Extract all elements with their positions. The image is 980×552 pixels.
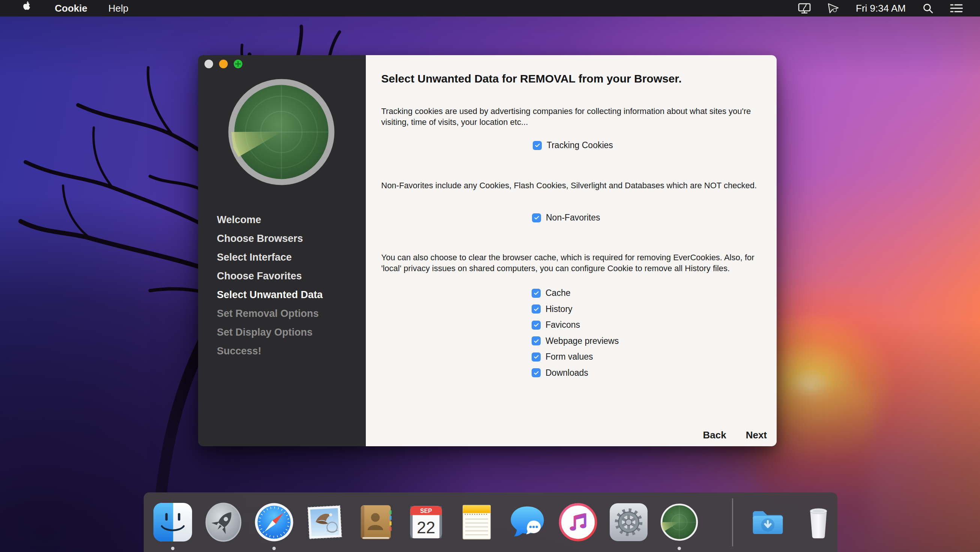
cache-row: Cache [531,288,619,298]
traffic-lights [204,60,242,68]
next-button[interactable]: Next [746,429,767,441]
nonfavorites-checkbox[interactable] [532,213,541,222]
webpage-previews-label: Webpage previews [546,336,619,346]
webpage-previews-checkbox[interactable] [531,336,541,345]
history-row: History [531,304,619,314]
data-type-checklist: CacheHistoryFaviconsWebpage previewsForm… [531,288,619,384]
minimize-button[interactable] [219,60,228,68]
launchpad-icon [204,503,243,542]
downloads-folder-icon [748,503,788,542]
nonfavorites-label: Non-Favorites [546,213,600,223]
dock-item-notes[interactable] [457,503,496,542]
step-welcome: Welcome [217,210,323,229]
webpage-previews-row: Webpage previews [531,336,619,346]
history-checkbox[interactable] [531,305,541,314]
form-values-row: Form values [531,352,619,362]
step-set-removal-options: Set Removal Options [217,304,323,323]
cookie-radar-icon [660,503,699,542]
step-choose-browsers: Choose Browsers [217,229,323,248]
notes-icon [457,503,496,542]
menu-bar-left: Cookie Help [0,0,137,16]
favicons-label: Favicons [546,320,580,330]
history-label: History [546,304,573,314]
menu-bar: Cookie Help Fri 9:34 AM [0,0,980,16]
page-title: Select Unwanted Data for REMOVAL from yo… [381,72,682,85]
apple-icon [22,0,32,12]
close-button[interactable] [204,60,213,68]
running-indicator [678,547,681,550]
running-indicator [272,547,276,550]
display-icon[interactable] [798,3,811,14]
trash-icon [799,503,838,542]
calendar-day-label: 22 [417,518,435,537]
dock-item-safari[interactable] [255,503,294,542]
dock-item-mail[interactable] [305,503,344,542]
running-indicator [171,547,175,550]
cookie-setup-window: WelcomeChoose BrowsersSelect InterfaceCh… [198,55,776,446]
step-choose-favorites: Choose Favorites [217,266,323,286]
step-select-interface: Select Interface [217,248,323,266]
step-set-display-options: Set Display Options [217,323,323,342]
dock-item-itunes[interactable] [558,503,598,542]
back-button[interactable]: Back [703,429,726,441]
window-content: Select Unwanted Data for REMOVAL from yo… [366,55,776,446]
form-values-label: Form values [546,352,593,362]
wizard-footer: Back Next [703,429,767,441]
cache-label: Cache [546,288,570,298]
favicons-row: Favicons [531,320,619,330]
pointer-status-icon[interactable] [827,3,839,14]
downloads-row: Downloads [531,368,619,378]
step-success: Success! [217,342,323,360]
zoom-button[interactable] [234,60,242,68]
step-select-unwanted-data: Select Unwanted Data [217,286,323,304]
finder-icon [153,503,192,542]
nonfavorites-row: Non-Favorites [532,213,600,223]
favicons-checkbox[interactable] [531,320,541,330]
menu-bar-status-area: Fri 9:34 AM [798,3,980,14]
calendar-icon: SEP 22 [406,503,446,542]
tracking-cookies-checkbox[interactable] [533,141,542,150]
downloads-checkbox[interactable] [531,368,541,377]
calendar-month-label: SEP [420,508,432,514]
itunes-icon [558,503,598,542]
apple-menu[interactable] [13,0,43,16]
wizard-steps: WelcomeChoose BrowsersSelect InterfaceCh… [217,210,323,360]
dock-item-finder[interactable] [153,503,192,542]
system-preferences-icon [609,503,648,542]
dock: SEP 22 [144,492,837,552]
menu-item-cookie[interactable]: Cookie [46,0,96,16]
dock-item-trash[interactable] [799,503,838,542]
dock-item-calendar[interactable]: SEP 22 [406,503,446,542]
form-values-checkbox[interactable] [531,352,541,362]
tracking-cookies-row: Tracking Cookies [533,140,613,151]
search-icon[interactable] [922,3,934,14]
dock-item-cookie[interactable] [660,503,699,542]
window-sidebar: WelcomeChoose BrowsersSelect InterfaceCh… [198,55,366,446]
desktop: Cookie Help Fri 9:34 AM [0,0,980,552]
cache-checkbox[interactable] [531,289,541,298]
dock-separator [732,498,733,546]
tracking-description: Tracking cookies are used by advertising… [381,106,762,127]
tracking-cookies-label: Tracking Cookies [547,140,613,151]
cache-description: You can also choose to clear the browser… [381,252,762,274]
mail-icon [305,503,344,542]
dock-item-launchpad[interactable] [204,503,243,542]
dock-item-system-preferences[interactable] [609,503,648,542]
safari-icon [255,503,294,542]
dock-item-messages[interactable] [508,503,547,542]
messages-icon [508,503,547,542]
radar-icon [227,78,336,188]
menu-item-help[interactable]: Help [99,0,137,16]
nonfavorites-description: Non-Favorites include any Cookies, Flash… [381,180,762,191]
dock-item-contacts[interactable] [356,503,395,542]
contacts-icon [356,503,395,542]
downloads-label: Downloads [546,368,588,378]
dock-item-downloads-folder[interactable] [748,503,788,542]
menu-bar-clock[interactable]: Fri 9:34 AM [856,3,906,14]
notification-list-icon[interactable] [950,3,963,14]
